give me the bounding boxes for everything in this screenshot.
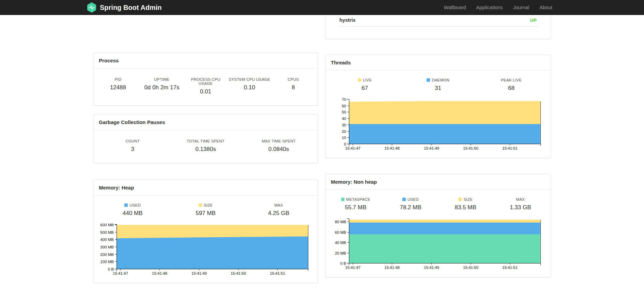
brand-link[interactable]: Spring Boot Admin <box>87 2 162 13</box>
svg-text:80 MB: 80 MB <box>335 220 346 224</box>
process-card-title: Process <box>93 53 318 69</box>
threads-card: Threads LIVE 67 DAEMON 31 PEAK LIVE 68 0… <box>325 55 551 158</box>
legend-label-text: DAEMON <box>432 78 449 82</box>
used-swatch-icon <box>124 203 128 207</box>
legend-value: 78.2 MB <box>383 204 438 211</box>
stat-value: 12488 <box>96 84 140 91</box>
svg-text:60 MB: 60 MB <box>335 230 346 234</box>
svg-text:70: 70 <box>342 97 346 102</box>
memory-heap-card: Memory: Heap USED 440 MB SIZE 597 MB MAX… <box>93 180 318 283</box>
stat-label: CPUS <box>271 77 315 81</box>
navbar-inner: Spring Boot Admin Wallboard Applications… <box>87 0 557 15</box>
legend-heap-used: USED 440 MB <box>96 203 169 217</box>
legend-nonheap-used: USED 78.2 MB <box>383 197 438 211</box>
legend-label-text: MAX <box>274 203 283 207</box>
nonheap-chart-area: 0 B20 MB40 MB60 MB80 MB15:41:4715:41:481… <box>325 211 551 277</box>
svg-text:15:41:48: 15:41:48 <box>152 271 167 275</box>
svg-text:0: 0 <box>344 142 346 146</box>
stat-label: MAX TIME SPENT <box>242 139 315 143</box>
svg-text:60: 60 <box>342 104 346 108</box>
main-nav: Wallboard Applications Journal About <box>439 5 557 10</box>
heap-chart-area: 0 B100 MB200 MB300 MB400 MB500 MB600 MB1… <box>93 217 318 283</box>
legend-threads-daemon: DAEMON 31 <box>401 78 475 92</box>
legend-value: 4.25 GB <box>242 210 315 217</box>
app-logo-icon <box>87 2 97 13</box>
memory-nonheap-card: Memory: Non heap METASPACE 55.7 MB USED … <box>325 174 551 277</box>
legend-nonheap-max: MAX 1.33 GB <box>493 197 548 211</box>
stat-value: 3 <box>96 146 169 153</box>
svg-text:15:41:51: 15:41:51 <box>502 146 518 150</box>
threads-legend: LIVE 67 DAEMON 31 PEAK LIVE 68 <box>325 71 551 92</box>
legend-label-text: SIZE <box>463 197 472 201</box>
svg-text:15:41:47: 15:41:47 <box>345 146 361 150</box>
application-name[interactable]: hystrix <box>339 17 356 23</box>
threads-chart: 01020304050607015:41:4715:41:4815:41:491… <box>329 96 547 153</box>
svg-text:15:41:49: 15:41:49 <box>424 265 439 270</box>
svg-text:30: 30 <box>342 123 346 127</box>
svg-text:15:41:48: 15:41:48 <box>384 265 400 270</box>
stat-value: 8 <box>271 84 315 91</box>
stat-label: TOTAL TIME SPENT <box>169 139 242 143</box>
legend-value: 440 MB <box>96 210 169 217</box>
svg-text:15:41:50: 15:41:50 <box>231 271 246 275</box>
stat-value: 0.10 <box>228 84 272 91</box>
legend-label-text: METASPACE <box>346 197 370 201</box>
nav-item-journal[interactable]: Journal <box>508 5 535 10</box>
legend-label-text: USED <box>408 197 419 201</box>
nav-item-about[interactable]: About <box>534 5 557 10</box>
legend-value: 68 <box>475 85 548 92</box>
svg-text:15:41:50: 15:41:50 <box>463 146 478 150</box>
nonheap-legend: METASPACE 55.7 MB USED 78.2 MB SIZE 83.5… <box>325 190 551 211</box>
gc-card-title: Garbage Collection Pauses <box>93 115 318 130</box>
process-stats: PID 12488 UPTIME 0d 0h 2m 17s PROCESS CP… <box>93 69 318 105</box>
svg-text:100 MB: 100 MB <box>100 260 114 264</box>
application-row[interactable]: hystrix UP <box>338 15 538 27</box>
daemon-swatch-icon <box>427 78 430 82</box>
brand-title: Spring Boot Admin <box>100 4 162 12</box>
stat-cpus: CPUS 8 <box>271 77 315 95</box>
stat-pid: PID 12488 <box>96 77 140 95</box>
svg-text:40: 40 <box>342 117 346 121</box>
legend-value: 55.7 MB <box>328 204 383 211</box>
svg-text:15:41:49: 15:41:49 <box>424 146 439 150</box>
legend-label-text: USED <box>129 203 141 207</box>
legend-threads-live: LIVE 67 <box>328 78 401 92</box>
metaspace-swatch-icon <box>341 198 344 201</box>
svg-text:200 MB: 200 MB <box>100 253 114 257</box>
stat-label: PID <box>96 77 140 81</box>
nav-item-applications[interactable]: Applications <box>471 5 508 10</box>
legend-label-text: PEAK LIVE <box>501 78 522 82</box>
process-card: Process PID 12488 UPTIME 0d 0h 2m 17s PR… <box>93 52 318 106</box>
stat-label: UPTIME <box>140 77 184 81</box>
legend-value: 597 MB <box>169 210 242 217</box>
application-status-card: hystrix UP <box>325 15 551 39</box>
stat-label: PROCESS CPU USAGE <box>184 77 228 86</box>
left-column: Process PID 12488 UPTIME 0d 0h 2m 17s PR… <box>93 15 318 283</box>
legend-label-text: MAX <box>516 197 525 201</box>
svg-text:15:41:50: 15:41:50 <box>463 265 478 270</box>
svg-text:15:41:51: 15:41:51 <box>270 271 285 275</box>
nonheap-card-title: Memory: Non heap <box>325 174 551 190</box>
stat-value: 0.01 <box>184 88 228 95</box>
used-swatch-icon <box>402 198 406 201</box>
nav-item-wallboard[interactable]: Wallboard <box>439 5 471 10</box>
legend-label-text: LIVE <box>363 78 372 82</box>
legend-value: 83.5 MB <box>438 204 493 211</box>
svg-text:400 MB: 400 MB <box>100 238 114 242</box>
live-swatch-icon <box>358 78 361 82</box>
legend-nonheap-size: SIZE 83.5 MB <box>438 197 493 211</box>
stat-label: SYSTEM CPU USAGE <box>228 77 272 81</box>
stat-uptime: UPTIME 0d 0h 2m 17s <box>140 77 184 95</box>
svg-text:10: 10 <box>342 136 346 140</box>
legend-heap-max: MAX 4.25 GB <box>242 203 315 217</box>
stat-gc-count: COUNT 3 <box>96 139 169 153</box>
svg-text:15:41:47: 15:41:47 <box>113 271 128 275</box>
svg-text:15:41:47: 15:41:47 <box>345 265 361 270</box>
stat-label: COUNT <box>96 139 169 143</box>
legend-nonheap-metaspace: METASPACE 55.7 MB <box>328 197 383 211</box>
stat-value: 0.0840s <box>242 146 315 153</box>
size-swatch-icon <box>458 198 462 201</box>
heap-legend: USED 440 MB SIZE 597 MB MAX 4.25 GB <box>93 196 318 217</box>
legend-heap-size: SIZE 597 MB <box>169 203 242 217</box>
right-column: hystrix UP Threads LIVE 67 DAEMON 31 PEA… <box>325 15 551 277</box>
